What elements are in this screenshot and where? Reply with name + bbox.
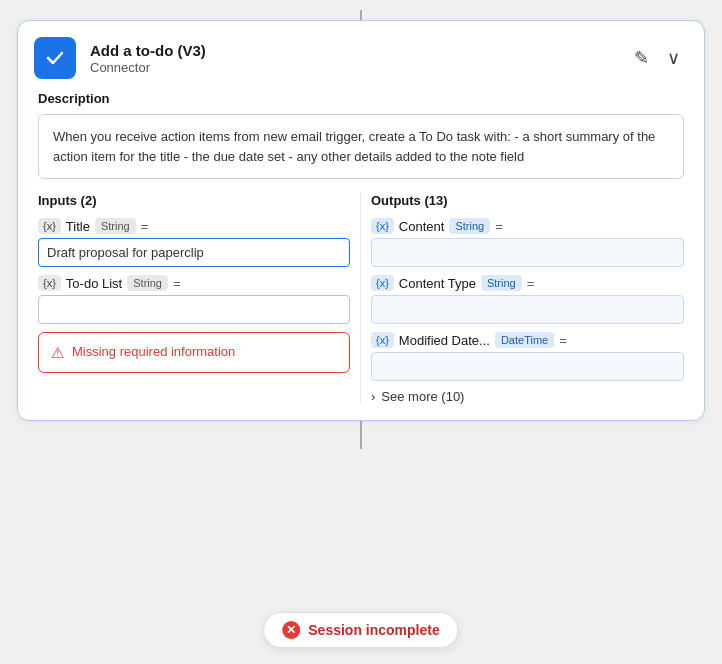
error-text: Missing required information (72, 343, 235, 361)
output-modifieddate-var-badge: {x} (371, 332, 394, 348)
session-text: Session incomplete (308, 622, 439, 638)
output-modifieddate-field[interactable] (371, 352, 684, 381)
card-subtitle: Connector (90, 60, 616, 75)
output-modifieddate-name: Modified Date... (399, 333, 490, 348)
outputs-column: Outputs (13) {x} Content String = {x} (361, 193, 684, 404)
input-todolist-eq: = (173, 276, 181, 291)
output-contenttype-name: Content Type (399, 276, 476, 291)
description-label: Description (38, 91, 684, 106)
see-more-chevron-icon: › (371, 389, 375, 404)
outputs-header: Outputs (13) (371, 193, 684, 208)
output-content-eq: = (495, 219, 503, 234)
output-content-field[interactable] (371, 238, 684, 267)
output-content-var-badge: {x} (371, 218, 394, 234)
input-title-name: Title (66, 219, 90, 234)
edit-button[interactable]: ✎ (630, 47, 653, 69)
output-content-label-row: {x} Content String = (371, 218, 684, 234)
output-contenttype-label-row: {x} Content Type String = (371, 275, 684, 291)
main-card: Add a to-do (V3) Connector ✎ ∨ Descripti… (17, 20, 705, 421)
description-text: When you receive action items from new e… (38, 114, 684, 179)
session-badge: ✕ Session incomplete (263, 612, 458, 648)
output-content-row: {x} Content String = (371, 218, 684, 267)
collapse-button[interactable]: ∨ (663, 47, 684, 69)
title-group: Add a to-do (V3) Connector (90, 41, 616, 76)
checkmark-icon (43, 46, 67, 70)
connector-line-bottom (360, 421, 362, 449)
see-more-text: See more (10) (381, 389, 464, 404)
output-contenttype-row: {x} Content Type String = (371, 275, 684, 324)
chevron-down-icon: ∨ (667, 49, 680, 67)
input-todolist-name: To-do List (66, 276, 122, 291)
output-content-name: Content (399, 219, 445, 234)
app-icon (34, 37, 76, 79)
warning-icon: ⚠ (51, 344, 64, 362)
input-title-type: String (95, 218, 136, 234)
output-modifieddate-type: DateTime (495, 332, 554, 348)
page-wrapper: Add a to-do (V3) Connector ✎ ∨ Descripti… (0, 0, 722, 664)
header-actions: ✎ ∨ (630, 47, 684, 69)
output-contenttype-field[interactable] (371, 295, 684, 324)
input-title-row: {x} Title String = (38, 218, 350, 267)
card-header: Add a to-do (V3) Connector ✎ ∨ (18, 21, 704, 91)
input-title-field[interactable] (38, 238, 350, 267)
input-title-eq: = (141, 219, 149, 234)
card-title: Add a to-do (V3) (90, 41, 616, 61)
x-icon: ✕ (286, 624, 296, 636)
output-modifieddate-label-row: {x} Modified Date... DateTime = (371, 332, 684, 348)
io-grid: Inputs (2) {x} Title String = {x} To- (18, 193, 704, 420)
input-todolist-field[interactable] (38, 295, 350, 324)
output-modifieddate-row: {x} Modified Date... DateTime = (371, 332, 684, 381)
input-title-label-row: {x} Title String = (38, 218, 350, 234)
input-todolist-row: {x} To-do List String = (38, 275, 350, 324)
connector-line-top (360, 10, 362, 20)
input-todolist-label-row: {x} To-do List String = (38, 275, 350, 291)
output-content-type: String (449, 218, 490, 234)
error-box: ⚠ Missing required information (38, 332, 350, 373)
description-section: Description When you receive action item… (18, 91, 704, 193)
see-more-row[interactable]: › See more (10) (371, 389, 684, 404)
inputs-header: Inputs (2) (38, 193, 350, 208)
output-contenttype-eq: = (527, 276, 535, 291)
input-title-var-badge: {x} (38, 218, 61, 234)
output-contenttype-var-badge: {x} (371, 275, 394, 291)
output-modifieddate-eq: = (559, 333, 567, 348)
session-error-icon: ✕ (282, 621, 300, 639)
inputs-column: Inputs (2) {x} Title String = {x} To- (38, 193, 361, 404)
output-contenttype-type: String (481, 275, 522, 291)
input-todolist-type: String (127, 275, 168, 291)
svg-rect-0 (43, 46, 67, 70)
input-todolist-var-badge: {x} (38, 275, 61, 291)
edit-icon: ✎ (634, 49, 649, 67)
